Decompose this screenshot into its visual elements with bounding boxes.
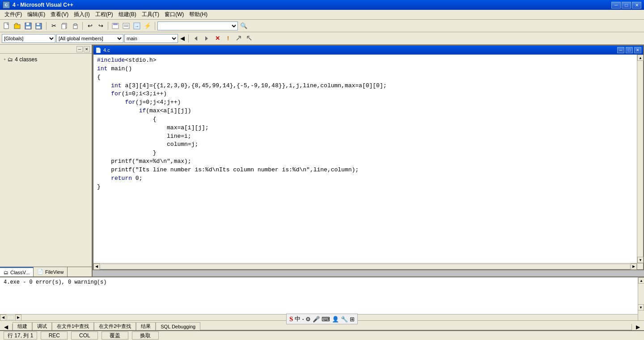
bottom-tab-scroll-right[interactable]: ▶	[631, 324, 644, 330]
menu-help[interactable]: 帮助(H)	[186, 10, 210, 19]
bottom-vscroll[interactable]: ▲ ▼	[638, 277, 644, 320]
fileview-tab-label: FileView	[45, 269, 64, 275]
toolbar-btn-d[interactable]: ⚡	[143, 21, 153, 31]
svg-rect-4	[26, 26, 30, 29]
bottom-hscroll-left[interactable]: ◀	[0, 314, 6, 321]
tree-expand-icon: +	[4, 57, 6, 62]
menu-insert[interactable]: 插入(I)	[71, 10, 92, 19]
svg-rect-13	[113, 23, 118, 25]
tab-find1[interactable]: 在文件1中查找	[52, 322, 94, 330]
combo-extra-button[interactable]: ◀	[179, 34, 186, 43]
menu-tools[interactable]: 工具(T)	[139, 10, 162, 19]
ime-user-icon[interactable]: 👤	[332, 316, 339, 323]
toolbar-sep-1	[46, 22, 47, 30]
menu-bar: 文件(F) 编辑(E) 查看(V) 插入(I) 工程(P) 组建(B) 工具(T…	[0, 10, 644, 20]
nav-stop-button[interactable]: ✕	[212, 34, 222, 43]
bottom-vscroll-up[interactable]: ▲	[638, 277, 644, 284]
editor-vscroll[interactable]: ▲ ▼	[637, 55, 643, 263]
vscroll-up-btn[interactable]: ▲	[637, 55, 644, 61]
tree-folder-icon: 🗂	[8, 56, 13, 63]
code-line-14: printf("Its line number is:%d\nIts colum…	[97, 166, 633, 174]
editor-file-title: 4.c	[103, 47, 110, 53]
svg-rect-6	[37, 23, 39, 25]
tree-root-item[interactable]: + 🗂 4 classes	[2, 55, 90, 64]
ime-grid-icon[interactable]: ⊞	[350, 316, 355, 323]
tab-results[interactable]: 结果	[136, 322, 156, 330]
menu-edit[interactable]: 编辑(E)	[25, 10, 48, 19]
col-text: COL	[79, 332, 90, 339]
classview-tab-icon: 🗂	[4, 270, 8, 275]
ime-voice-icon[interactable]: 🎤	[313, 316, 320, 323]
toolbar-sep-4	[155, 22, 155, 30]
bottom-vscroll-down[interactable]: ▼	[638, 304, 644, 310]
undo-button[interactable]: ↩	[85, 21, 95, 31]
editor-content[interactable]: #include<stdio.h> int main() { int a[3][…	[93, 55, 637, 263]
ime-toolbar: S 中 • ⚙ 🎤 ⌨ 👤 🔧 ⊞	[286, 314, 358, 324]
ime-settings-icon[interactable]: ⚙	[305, 316, 311, 323]
members-combo[interactable]: [All global members]	[56, 34, 123, 43]
nav-fwd-button[interactable]	[202, 34, 212, 43]
editor-hscroll[interactable]: ◀ ▶	[93, 263, 637, 269]
save-all-button[interactable]	[34, 21, 44, 31]
maximize-button[interactable]: □	[622, 2, 631, 8]
new-file-button[interactable]	[2, 21, 12, 31]
svg-rect-3	[26, 23, 29, 25]
editor-minimize-btn[interactable]: ─	[617, 47, 624, 53]
search-combo-container	[157, 21, 238, 30]
menu-build[interactable]: 组建(B)	[116, 10, 139, 19]
code-line-7: if(max<a[i][j])	[97, 107, 633, 115]
panel-minimize-btn[interactable]: ─	[76, 46, 83, 52]
svg-rect-11	[74, 24, 76, 26]
members-combo-container: [All global members]	[56, 34, 123, 43]
hscroll-right-btn[interactable]: ▶	[631, 264, 637, 270]
menu-window[interactable]: 窗口(W)	[162, 10, 186, 19]
panel-close-btn[interactable]: ✕	[84, 46, 90, 52]
redo-button[interactable]: ↪	[96, 21, 106, 31]
ime-dot: •	[302, 317, 304, 321]
ime-chinese-mode[interactable]: 中	[295, 315, 301, 323]
editor-maximize-btn[interactable]: □	[626, 47, 633, 53]
vscroll-down-btn[interactable]: ▼	[637, 257, 644, 263]
close-button[interactable]: ✕	[632, 2, 641, 8]
toolbar-sep-3	[108, 22, 108, 30]
tab-sql[interactable]: SQL Debugging	[156, 322, 200, 330]
save-button[interactable]	[23, 21, 33, 31]
copy-button[interactable]	[59, 21, 69, 31]
search-combo[interactable]	[157, 21, 238, 30]
svg-rect-14	[123, 23, 129, 29]
code-line-12: }	[97, 149, 633, 157]
left-panel-tabs: 🗂 ClassV... 📄 FileView	[0, 267, 92, 276]
toolbar-btn-b[interactable]	[121, 21, 131, 31]
tab-fileview[interactable]: 📄 FileView	[34, 267, 68, 276]
editor-close-btn[interactable]: ✕	[634, 47, 641, 53]
menu-file[interactable]: 文件(F)	[2, 10, 25, 19]
code-line-8: {	[97, 115, 633, 124]
tab-classview[interactable]: 🗂 ClassV...	[0, 267, 34, 276]
globals-combo[interactable]: [Globals]	[2, 34, 55, 43]
bottom-hscroll-right[interactable]: ▶	[15, 314, 21, 321]
overlay-text: 覆盖	[110, 332, 120, 340]
toolbar-btn-a[interactable]	[110, 21, 120, 31]
ime-tool-icon[interactable]: 🔧	[341, 316, 348, 323]
open-file-button[interactable]	[13, 21, 22, 31]
status-replace: 换取	[132, 332, 159, 340]
minimize-button[interactable]: ─	[611, 2, 621, 8]
ime-keyboard-icon[interactable]: ⌨	[322, 316, 330, 323]
tab-debug[interactable]: 调试	[32, 322, 52, 330]
left-panel-header: ─ ✕	[0, 45, 92, 54]
nav-btn2[interactable]	[245, 34, 254, 43]
func-combo[interactable]: main	[124, 34, 178, 43]
tab-build[interactable]: 组建	[13, 322, 32, 330]
nav-excl-button[interactable]: !	[223, 34, 233, 43]
toolbar-btn-c[interactable]: →	[132, 21, 142, 31]
paste-button[interactable]	[70, 21, 80, 31]
nav-btn1[interactable]	[234, 34, 244, 43]
cut-button[interactable]: ✂	[49, 21, 59, 31]
tab-find2[interactable]: 在文件2中查找	[94, 322, 136, 330]
find-button[interactable]: 🔍	[239, 21, 249, 31]
hscroll-left-btn[interactable]: ◀	[93, 264, 100, 270]
menu-view[interactable]: 查看(V)	[48, 10, 71, 19]
nav-back-button[interactable]	[191, 34, 201, 43]
bottom-tab-scroll-left[interactable]: ◀	[0, 324, 13, 330]
menu-project[interactable]: 工程(P)	[93, 10, 116, 19]
